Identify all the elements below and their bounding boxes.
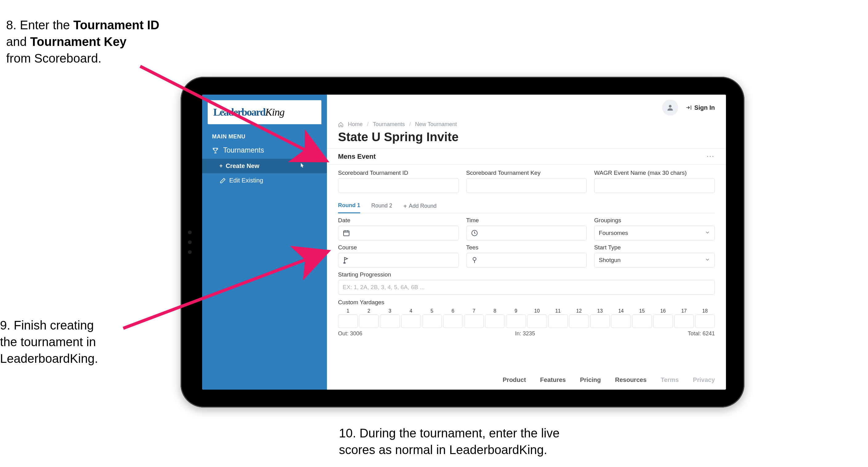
- yardage-hole: 10: [527, 308, 547, 328]
- yardage-input[interactable]: [527, 314, 547, 328]
- yardage-input[interactable]: [359, 314, 379, 328]
- sidebar-subitem-label: Edit Existing: [229, 177, 263, 184]
- yardage-input[interactable]: [569, 314, 589, 328]
- tees-input[interactable]: [466, 253, 587, 268]
- tab-round-1[interactable]: Round 1: [338, 199, 360, 213]
- start-type-value: Shotgun: [599, 257, 621, 264]
- footer-terms[interactable]: Terms: [661, 376, 679, 383]
- yardage-hole: 15: [632, 308, 652, 328]
- hole-number: 11: [555, 308, 561, 314]
- breadcrumb-sep: /: [367, 121, 369, 127]
- main-content: Sign In Home / Tournaments / New Tournam…: [327, 95, 726, 390]
- hole-number: 18: [702, 308, 708, 314]
- sidebar-subitem-edit-existing[interactable]: Edit Existing: [202, 173, 327, 188]
- annotation-step-10: 10. During the tournament, enter the liv…: [339, 425, 560, 458]
- scoreboard-id-input[interactable]: [338, 178, 459, 193]
- yardage-input[interactable]: [338, 314, 358, 328]
- svg-point-4: [473, 257, 476, 260]
- yardage-hole: 7: [464, 308, 484, 328]
- avatar[interactable]: [662, 99, 678, 116]
- yardage-input[interactable]: [590, 314, 610, 328]
- yardage-totals: Out: 3006 In: 3235 Total: 6241: [338, 330, 715, 337]
- start-type-select[interactable]: Shotgun: [594, 253, 715, 268]
- yardage-input[interactable]: [674, 314, 694, 328]
- flag-icon: [343, 257, 350, 264]
- sidebar-item-label: Tournaments: [223, 146, 264, 154]
- yardage-hole: 2: [359, 308, 379, 328]
- yardage-input[interactable]: [506, 314, 526, 328]
- yardage-input[interactable]: [695, 314, 715, 328]
- course-input[interactable]: [338, 253, 459, 268]
- starting-progression-input[interactable]: EX: 1, 2A, 2B, 3, 4, 5, 6A, 6B ...: [338, 280, 715, 295]
- yardage-hole: 4: [401, 308, 421, 328]
- sign-in-label: Sign In: [694, 104, 715, 111]
- wagr-input[interactable]: [594, 178, 715, 193]
- section-header: Mens Event ⋯: [327, 148, 726, 165]
- start-type-label: Start Type: [594, 244, 715, 251]
- chevron-down-icon: [705, 230, 710, 237]
- breadcrumb-new-tournament: New Tournament: [415, 121, 457, 127]
- add-round-button[interactable]: + Add Round: [403, 203, 437, 209]
- section-menu-button[interactable]: ⋯: [706, 152, 715, 161]
- hole-number: 15: [639, 308, 645, 314]
- groupings-value: Foursomes: [599, 230, 628, 236]
- hole-number: 3: [389, 308, 391, 314]
- yardage-hole: 13: [590, 308, 610, 328]
- yardage-input[interactable]: [380, 314, 400, 328]
- yardage-input[interactable]: [464, 314, 484, 328]
- groupings-select[interactable]: Foursomes: [594, 226, 715, 240]
- starting-progression-placeholder: EX: 1, 2A, 2B, 3, 4, 5, 6A, 6B ...: [343, 284, 425, 291]
- home-icon: [338, 122, 344, 127]
- yardage-input[interactable]: [443, 314, 463, 328]
- footer-product[interactable]: Product: [502, 376, 526, 383]
- footer-resources[interactable]: Resources: [615, 376, 647, 383]
- tablet-side-knobs: [188, 231, 192, 254]
- footer-privacy[interactable]: Privacy: [693, 376, 715, 383]
- calendar-icon: [343, 229, 350, 237]
- yardage-input[interactable]: [632, 314, 652, 328]
- breadcrumb: Home / Tournaments / New Tournament: [327, 117, 726, 127]
- yardage-hole: 3: [380, 308, 400, 328]
- svg-rect-1: [344, 231, 349, 236]
- breadcrumb-tournaments[interactable]: Tournaments: [373, 121, 405, 127]
- sign-in-link[interactable]: Sign In: [686, 104, 715, 111]
- yardage-input[interactable]: [611, 314, 631, 328]
- annotation-step-8: 8. Enter the Tournament ID and Tournamen…: [6, 17, 159, 66]
- sidebar-item-tournaments[interactable]: Tournaments: [202, 142, 327, 159]
- annotation-step-9: 9. Finish creating the tournament in Lea…: [0, 317, 98, 367]
- groupings-label: Groupings: [594, 217, 715, 224]
- cursor-pointer-icon: [299, 163, 305, 169]
- scoreboard-id-label: Scoreboard Tournament ID: [338, 170, 459, 176]
- hole-number: 17: [681, 308, 687, 314]
- footer-pricing[interactable]: Pricing: [580, 376, 601, 383]
- yardage-hole: 18: [695, 308, 715, 328]
- round-tabs: Round 1 Round 2 + Add Round: [338, 199, 715, 213]
- yardage-hole: 11: [548, 308, 568, 328]
- yardage-input[interactable]: [548, 314, 568, 328]
- scoreboard-key-input[interactable]: [466, 178, 587, 193]
- sign-in-icon: [686, 105, 692, 111]
- yardage-input[interactable]: [422, 314, 442, 328]
- chevron-down-icon: [705, 257, 710, 264]
- course-label: Course: [338, 244, 459, 251]
- yardage-input[interactable]: [653, 314, 673, 328]
- yardage-input[interactable]: [485, 314, 505, 328]
- hole-number: 13: [597, 308, 603, 314]
- pin-icon: [471, 257, 478, 264]
- sidebar-subitem-create-new[interactable]: + Create New: [202, 159, 327, 173]
- tab-round-2[interactable]: Round 2: [371, 199, 392, 213]
- svg-point-0: [669, 105, 672, 108]
- hole-number: 8: [494, 308, 496, 314]
- yardage-hole: 12: [569, 308, 589, 328]
- footer-features[interactable]: Features: [540, 376, 566, 383]
- breadcrumb-home[interactable]: Home: [348, 121, 363, 127]
- hole-number: 10: [534, 308, 540, 314]
- yardage-input[interactable]: [401, 314, 421, 328]
- user-icon: [666, 104, 674, 112]
- date-input[interactable]: [338, 226, 459, 240]
- time-label: Time: [466, 217, 587, 224]
- yardage-hole: 8: [485, 308, 505, 328]
- hole-number: 7: [473, 308, 475, 314]
- sidebar-subitem-label: Create New: [226, 163, 259, 170]
- time-input[interactable]: [466, 226, 587, 240]
